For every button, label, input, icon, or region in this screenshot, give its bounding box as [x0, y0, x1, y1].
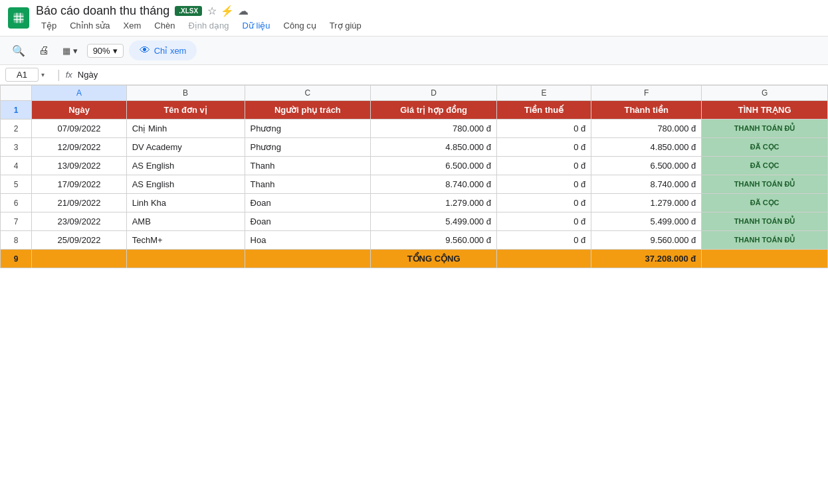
cell-gia-tri[interactable]: 780.000 đ	[371, 120, 497, 138]
cell-don-vi[interactable]: DV Academy	[126, 138, 245, 157]
cell-tinh-trang[interactable]: ĐÃ CỌC	[702, 157, 828, 175]
menu-chen[interactable]: Chèn	[149, 19, 180, 32]
cell-don-vi[interactable]: AS English	[126, 157, 245, 175]
cell-tinh-trang[interactable]: THANH TOÁN ĐỦ	[702, 212, 828, 231]
col-header-d[interactable]: D	[371, 86, 497, 101]
formula-divider: |	[57, 68, 60, 82]
cell-gia-tri[interactable]: 1.279.000 đ	[371, 194, 497, 212]
cell-tinh-trang[interactable]: THANH TOÁN ĐỦ	[702, 120, 828, 138]
cell-thanh-tien[interactable]: 8.740.000 đ	[591, 175, 702, 194]
cell-thanh-tien[interactable]: 4.850.000 đ	[591, 138, 702, 157]
cell-don-vi[interactable]: AMB	[126, 212, 245, 231]
cell-reference[interactable]: A1	[5, 68, 39, 82]
col-header-a[interactable]: A	[32, 86, 126, 101]
cell-ngay[interactable]: 07/09/2022	[32, 120, 126, 138]
row-num-1: 1	[1, 101, 32, 120]
total-empty-g	[702, 250, 828, 268]
cell-tinh-trang[interactable]: ĐÃ CỌC	[702, 194, 828, 212]
cell-phu-trach[interactable]: Hoa	[245, 231, 371, 250]
cell-thanh-tien[interactable]: 1.279.000 đ	[591, 194, 702, 212]
zoom-value: 90%	[93, 46, 110, 56]
cell-gia-tri[interactable]: 4.850.000 đ	[371, 138, 497, 157]
menu-xem[interactable]: Xem	[118, 19, 147, 32]
header-ngay[interactable]: Ngày	[32, 101, 126, 120]
header-tinh-trang[interactable]: TÌNH TRẠNG	[702, 101, 828, 120]
menu-dinh-dang[interactable]: Định dạng	[183, 19, 234, 32]
menu-tep[interactable]: Tệp	[36, 19, 62, 32]
menu-bar: Tệp Chỉnh sửa Xem Chèn Định dạng Dữ liệu…	[36, 18, 367, 32]
col-header-f[interactable]: F	[591, 86, 702, 101]
cell-tinh-trang[interactable]: ĐÃ CỌC	[702, 138, 828, 157]
cell-tien-thue[interactable]: 0 đ	[496, 157, 591, 175]
menu-tro-giup[interactable]: Trợ giúp	[324, 19, 367, 32]
column-header-row: A B C D E F G	[1, 86, 828, 101]
cell-tinh-trang[interactable]: THANH TOÁN ĐỦ	[702, 175, 828, 194]
formula-content: Ngày	[78, 70, 98, 80]
col-header-g[interactable]: G	[702, 86, 828, 101]
cell-phu-trach[interactable]: Phương	[245, 120, 371, 138]
col-header-c[interactable]: C	[245, 86, 371, 101]
cell-phu-trach[interactable]: Thanh	[245, 157, 371, 175]
data-header-row: 1 Ngày Tên đơn vị Người phụ trách Giá tr…	[1, 101, 828, 120]
header-don-vi[interactable]: Tên đơn vị	[126, 101, 245, 120]
header-phu-trach[interactable]: Người phụ trách	[245, 101, 371, 120]
cell-tien-thue[interactable]: 0 đ	[496, 175, 591, 194]
cell-phu-trach[interactable]: Phương	[245, 138, 371, 157]
col-header-e[interactable]: E	[496, 86, 591, 101]
format-button[interactable]: ▦ ▾	[58, 43, 82, 58]
zoom-selector[interactable]: 90% ▾	[87, 44, 124, 58]
cell-ngay[interactable]: 13/09/2022	[32, 157, 126, 175]
cell-gia-tri[interactable]: 5.499.000 đ	[371, 212, 497, 231]
cell-tien-thue[interactable]: 0 đ	[496, 120, 591, 138]
document-title: Báo cáo doanh thu tháng	[36, 4, 169, 18]
cell-don-vi[interactable]: Linh Kha	[126, 194, 245, 212]
cell-don-vi[interactable]: Chị Minh	[126, 120, 245, 138]
menu-cong-cu[interactable]: Công cụ	[278, 19, 322, 32]
print-button[interactable]: 🖨	[35, 42, 53, 59]
cell-ngay[interactable]: 25/09/2022	[32, 231, 126, 250]
star-icon[interactable]: ☆	[207, 5, 217, 17]
cell-tien-thue[interactable]: 0 đ	[496, 231, 591, 250]
header-gia-tri[interactable]: Giá trị hợp đồng	[371, 101, 497, 120]
cell-ngay[interactable]: 21/09/2022	[32, 194, 126, 212]
cell-phu-trach[interactable]: Thanh	[245, 175, 371, 194]
cell-tien-thue[interactable]: 0 đ	[496, 138, 591, 157]
table-row: 207/09/2022Chị MinhPhương780.000 đ0 đ780…	[1, 120, 828, 138]
cloud-icon: ☁	[238, 5, 249, 17]
cell-thanh-tien[interactable]: 5.499.000 đ	[591, 212, 702, 231]
cell-ngay[interactable]: 23/09/2022	[32, 212, 126, 231]
chi-xem-button[interactable]: 👁 Chỉ xem	[129, 41, 197, 60]
cell-tien-thue[interactable]: 0 đ	[496, 212, 591, 231]
header-thanh-tien[interactable]: Thành tiền	[591, 101, 702, 120]
cell-thanh-tien[interactable]: 6.500.000 đ	[591, 157, 702, 175]
cell-gia-tri[interactable]: 9.560.000 đ	[371, 231, 497, 250]
cell-tien-thue[interactable]: 0 đ	[496, 194, 591, 212]
spreadsheet-area: A B C D E F G 1 Ngày Tên đơn vị Người ph…	[0, 85, 828, 268]
cell-tinh-trang[interactable]: THANH TOÁN ĐỦ	[702, 231, 828, 250]
row-num-5: 5	[1, 175, 32, 194]
menu-du-lieu[interactable]: Dữ liệu	[237, 19, 276, 32]
total-empty-1	[126, 250, 245, 268]
cell-ngay[interactable]: 12/09/2022	[32, 138, 126, 157]
total-empty-e	[496, 250, 591, 268]
row-num-9: 9	[1, 250, 32, 268]
cell-thanh-tien[interactable]: 9.560.000 đ	[591, 231, 702, 250]
search-button[interactable]: 🔍	[8, 42, 29, 60]
cell-ref-dropdown-arrow[interactable]: ▾	[41, 71, 45, 78]
chi-xem-label: Chỉ xem	[154, 46, 187, 56]
header-tien-thue[interactable]: Tiền thuế	[496, 101, 591, 120]
cell-gia-tri[interactable]: 8.740.000 đ	[371, 175, 497, 194]
cell-phu-trach[interactable]: Đoan	[245, 194, 371, 212]
cell-don-vi[interactable]: TechM+	[126, 231, 245, 250]
col-header-b[interactable]: B	[126, 86, 245, 101]
row-num-4: 4	[1, 157, 32, 175]
cell-gia-tri[interactable]: 6.500.000 đ	[371, 157, 497, 175]
cell-thanh-tien[interactable]: 780.000 đ	[591, 120, 702, 138]
app-icon	[8, 7, 29, 29]
cell-ref-area: A1 ▾	[5, 68, 52, 82]
spreadsheet-table: A B C D E F G 1 Ngày Tên đơn vị Người ph…	[0, 85, 828, 268]
cell-don-vi[interactable]: AS English	[126, 175, 245, 194]
menu-chinh-sua[interactable]: Chỉnh sửa	[64, 19, 115, 32]
cell-phu-trach[interactable]: Đoan	[245, 212, 371, 231]
cell-ngay[interactable]: 17/09/2022	[32, 175, 126, 194]
